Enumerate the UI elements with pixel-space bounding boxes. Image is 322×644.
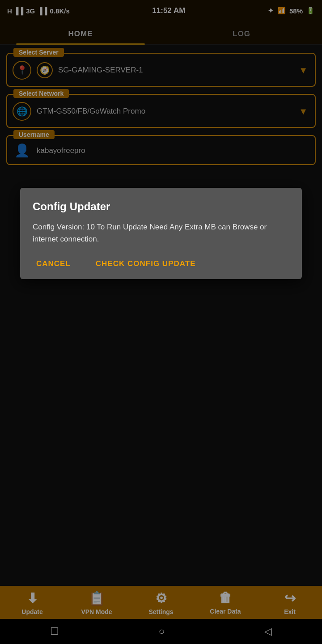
- cancel-button[interactable]: CANCEL: [33, 258, 74, 270]
- dialog-title: Config Updater: [33, 200, 289, 213]
- dialog-overlay: Config Updater Config Version: 10 To Run…: [0, 0, 322, 644]
- check-config-update-button[interactable]: CHECK CONFIG UPDATE: [92, 258, 199, 270]
- dialog-buttons: CANCEL CHECK CONFIG UPDATE: [33, 258, 289, 270]
- config-updater-dialog: Config Updater Config Version: 10 To Run…: [20, 188, 302, 279]
- dialog-body: Config Version: 10 To Run Update Need An…: [33, 221, 289, 245]
